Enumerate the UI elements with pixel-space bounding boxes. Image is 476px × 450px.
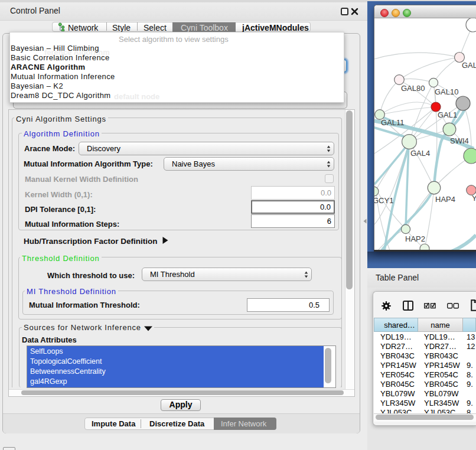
svg-text:GAL4: GAL4 [410,149,430,158]
svg-text:HAP4: HAP4 [435,195,455,204]
svg-text:GCY1: GCY1 [374,196,393,205]
svg-text:HAP2: HAP2 [405,234,425,243]
svg-text:GAL10: GAL10 [435,87,458,96]
svg-text:GAL1: GAL1 [438,110,457,119]
svg-text:GAL80: GAL80 [401,84,425,93]
svg-text:SWI4: SWI4 [450,136,469,145]
svg-text:Y: Y [472,194,476,203]
svg-text:GAL11: GAL11 [381,118,405,127]
svg-text:GAL: GAL [462,61,476,70]
